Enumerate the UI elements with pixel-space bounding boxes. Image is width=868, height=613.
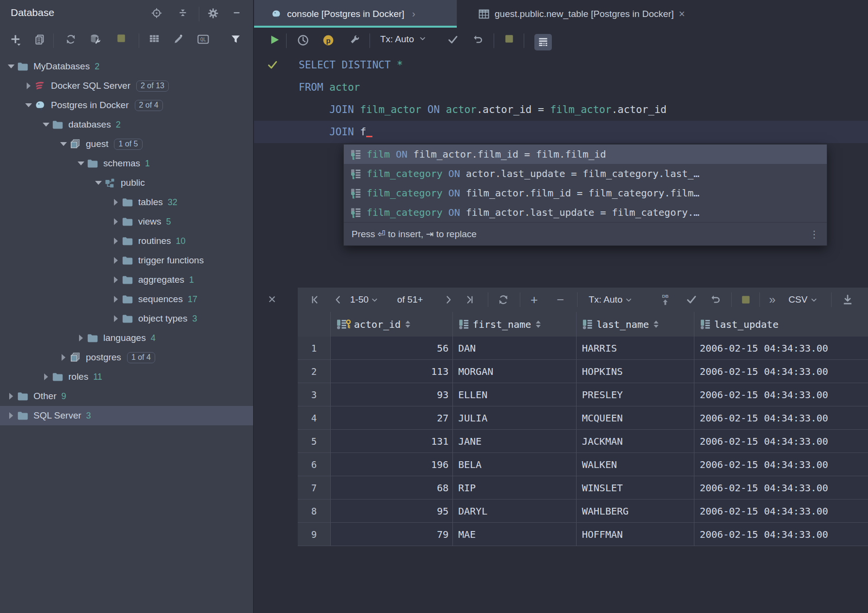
first-page-icon[interactable] bbox=[309, 288, 320, 312]
add-row-icon[interactable]: + bbox=[530, 288, 538, 312]
tree-toggle-icon[interactable] bbox=[6, 393, 16, 400]
run-button[interactable] bbox=[269, 34, 280, 46]
cell[interactable]: 131 bbox=[331, 430, 453, 453]
tree-item-schemas[interactable]: schemas1 bbox=[0, 154, 253, 173]
completion-item[interactable]: film_category ON film_actor.film_id = fi… bbox=[344, 183, 827, 203]
cell[interactable]: 79 bbox=[331, 523, 453, 546]
tree-item-aggregates[interactable]: aggregates1 bbox=[0, 270, 253, 290]
cell[interactable]: JACKMAN bbox=[577, 430, 694, 453]
tree-item-trigger-functions[interactable]: trigger functions bbox=[0, 251, 253, 270]
cell[interactable]: RIP bbox=[453, 476, 577, 500]
tree-toggle-icon[interactable] bbox=[58, 354, 69, 361]
page-range-select[interactable]: 1-50 bbox=[350, 288, 378, 312]
cell[interactable]: MCQUEEN bbox=[577, 406, 694, 430]
cell[interactable]: WALKEN bbox=[577, 453, 694, 476]
cell[interactable]: 2006-02-15 04:34:33.00 bbox=[694, 337, 868, 360]
cell[interactable]: 2006-02-15 04:34:33.00 bbox=[694, 500, 868, 523]
column-header-actor_id[interactable]: actor_id bbox=[331, 312, 453, 337]
reload-icon[interactable] bbox=[498, 288, 509, 312]
tree-item-views[interactable]: views5 bbox=[0, 212, 253, 231]
tree-toggle-icon[interactable] bbox=[6, 65, 16, 68]
query-console-icon[interactable]: QL bbox=[197, 33, 209, 45]
tree-toggle-icon[interactable] bbox=[76, 335, 86, 341]
tree-item-sequences[interactable]: sequences17 bbox=[0, 290, 253, 309]
stop-icon[interactable] bbox=[116, 33, 126, 43]
close-tab-icon[interactable]: × bbox=[679, 9, 685, 19]
row-number[interactable]: 9 bbox=[298, 523, 331, 546]
tree-toggle-icon[interactable] bbox=[58, 142, 69, 146]
cell[interactable]: WINSLET bbox=[577, 476, 694, 500]
tree-item-routines[interactable]: routines10 bbox=[0, 231, 253, 251]
tree-item-languages[interactable]: languages4 bbox=[0, 328, 253, 348]
completion-item[interactable]: film_category ON film_actor.last_update … bbox=[344, 203, 827, 222]
tree-toggle-icon[interactable] bbox=[111, 296, 121, 303]
cell[interactable]: HOPKINS bbox=[577, 360, 694, 383]
stop-icon[interactable] bbox=[741, 288, 751, 312]
tree-item-databases[interactable]: databases2 bbox=[0, 115, 253, 134]
cell[interactable]: HARRIS bbox=[577, 337, 694, 360]
cell[interactable]: 2006-02-15 04:34:33.00 bbox=[694, 383, 868, 406]
cell[interactable]: JANE bbox=[453, 430, 577, 453]
results-panel-toggle[interactable] bbox=[534, 34, 552, 50]
locate-target-icon[interactable] bbox=[151, 8, 162, 18]
settings-gear-icon[interactable] bbox=[208, 8, 219, 19]
row-number[interactable]: 3 bbox=[298, 383, 331, 406]
export-format-select[interactable]: CSV bbox=[788, 288, 818, 312]
sort-arrows-icon[interactable] bbox=[536, 321, 541, 328]
row-number[interactable]: 5 bbox=[298, 430, 331, 453]
row-number[interactable]: 7 bbox=[298, 476, 331, 500]
data-source-properties-icon[interactable] bbox=[89, 33, 102, 45]
delete-row-icon[interactable]: − bbox=[557, 288, 564, 312]
tree-toggle-icon[interactable] bbox=[111, 218, 121, 225]
cell[interactable]: DAN bbox=[453, 337, 577, 360]
completion-item[interactable]: film_category ON actor.last_update = fil… bbox=[344, 164, 827, 183]
collapse-all-icon[interactable] bbox=[177, 8, 188, 18]
tree-item-postgres[interactable]: postgres1 of 4 bbox=[0, 348, 253, 367]
cell[interactable]: 2006-02-15 04:34:33.00 bbox=[694, 360, 868, 383]
cell[interactable]: PRESLEY bbox=[577, 383, 694, 406]
rollback-icon[interactable] bbox=[710, 288, 722, 312]
refresh-icon[interactable] bbox=[65, 33, 77, 45]
row-number[interactable]: 8 bbox=[298, 500, 331, 523]
row-number[interactable]: 6 bbox=[298, 453, 331, 476]
cell[interactable]: BELA bbox=[453, 453, 577, 476]
tree-item-mydatabases[interactable]: MyDatabases2 bbox=[0, 57, 253, 76]
history-clock-icon[interactable] bbox=[297, 34, 309, 47]
tree-item-sql-server[interactable]: SQL Server3 bbox=[0, 406, 253, 425]
tree-toggle-icon[interactable] bbox=[111, 315, 121, 322]
more-options-icon[interactable]: ⋮ bbox=[809, 228, 819, 240]
cell[interactable]: ELLEN bbox=[453, 383, 577, 406]
rollback-icon[interactable] bbox=[472, 34, 484, 46]
code-line[interactable]: JOIN film_actor ON actor.actor_id = film… bbox=[254, 98, 868, 121]
close-results-icon[interactable] bbox=[267, 294, 277, 305]
tree-toggle-icon[interactable] bbox=[111, 238, 121, 244]
tree-toggle-icon[interactable] bbox=[111, 257, 121, 264]
grid-corner[interactable] bbox=[298, 312, 331, 337]
download-icon[interactable] bbox=[842, 288, 853, 312]
row-number[interactable]: 1 bbox=[298, 337, 331, 360]
commit-check-icon[interactable] bbox=[447, 34, 459, 46]
tree-toggle-icon[interactable] bbox=[111, 199, 121, 206]
filter-funnel-icon[interactable] bbox=[230, 33, 241, 45]
cell[interactable]: WAHLBERG bbox=[577, 500, 694, 523]
cell[interactable]: JULIA bbox=[453, 406, 577, 430]
code-line[interactable]: JOIN f bbox=[254, 121, 868, 143]
column-header-first_name[interactable]: first_name bbox=[453, 312, 577, 337]
tree-toggle-icon[interactable] bbox=[41, 123, 51, 127]
hide-panel-icon[interactable] bbox=[232, 8, 241, 17]
cell[interactable]: 2006-02-15 04:34:33.00 bbox=[694, 406, 868, 430]
table-view-icon[interactable] bbox=[148, 33, 160, 45]
submit-db-icon[interactable]: DB bbox=[659, 288, 671, 312]
more-actions-icon[interactable]: » bbox=[769, 288, 775, 312]
cell[interactable]: 196 bbox=[331, 453, 453, 476]
last-page-icon[interactable] bbox=[465, 288, 475, 312]
cell[interactable]: 2006-02-15 04:34:33.00 bbox=[694, 523, 868, 546]
commit-check-icon[interactable] bbox=[686, 288, 697, 312]
code-line[interactable]: SELECT DISTINCT * bbox=[254, 54, 868, 76]
cell[interactable]: 93 bbox=[331, 383, 453, 406]
cell[interactable]: MORGAN bbox=[453, 360, 577, 383]
row-number[interactable]: 2 bbox=[298, 360, 331, 383]
cell[interactable]: 56 bbox=[331, 337, 453, 360]
column-header-last_update[interactable]: last_update bbox=[694, 312, 868, 337]
new-item-button[interactable] bbox=[10, 33, 22, 46]
